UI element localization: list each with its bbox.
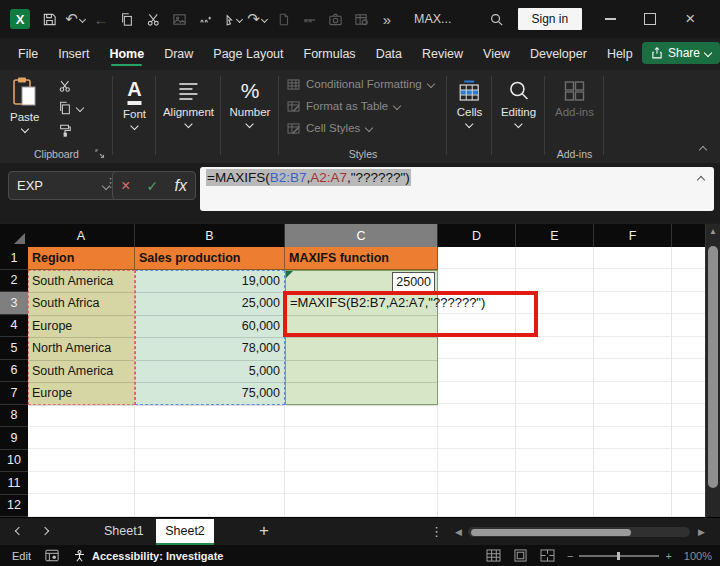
column-header-d[interactable]: D [438, 224, 516, 247]
format-painter-button[interactable] [58, 123, 72, 137]
number-button[interactable]: % Number [230, 79, 271, 127]
search-icon[interactable] [484, 6, 510, 32]
table-preview-icon[interactable] [348, 6, 374, 32]
cell-c1[interactable]: MAXIFS function [285, 247, 438, 270]
cell-b4[interactable]: 60,000 [136, 316, 284, 339]
row-header-2[interactable]: 2 [0, 270, 28, 293]
clipboard-dialog-launcher[interactable] [95, 149, 105, 159]
copy-icon[interactable] [114, 6, 140, 32]
cell-b6[interactable]: 5,000 [136, 361, 284, 384]
hscroll-right-icon[interactable]: ▶ [698, 527, 705, 537]
zoom-slider[interactable]: − + [567, 550, 672, 562]
hscroll-left-icon[interactable]: ◀ [455, 527, 462, 537]
cell-b5[interactable]: 78,000 [136, 338, 284, 361]
formula-input[interactable]: =MAXIFS(B2:B7,A2:A7,"??????") [200, 167, 714, 211]
tab-review[interactable]: Review [412, 39, 473, 69]
zoom-out-icon[interactable]: − [567, 550, 573, 562]
cell-a2[interactable]: South America [29, 271, 134, 294]
cancel-entry-button[interactable]: × [121, 178, 130, 194]
sheet-nav-next-icon[interactable] [41, 527, 49, 535]
picture-icon[interactable] [166, 6, 192, 32]
cell-a7[interactable]: Europe [29, 383, 134, 406]
vertical-scrollbar-thumb[interactable] [708, 246, 718, 488]
row-header-3[interactable]: 3 [0, 292, 28, 315]
zoom-level[interactable]: 100% [684, 550, 712, 562]
column-header-c[interactable]: C [285, 224, 438, 247]
sheet-nav-prev-icon[interactable] [15, 527, 23, 535]
alignment-button[interactable]: Alignment [163, 79, 214, 127]
add-sheet-button[interactable]: + [252, 518, 276, 545]
cells-button[interactable]: Cells [457, 79, 483, 127]
cell-c5[interactable] [286, 338, 437, 361]
cell-b3[interactable]: 25,000 [136, 293, 284, 316]
tab-page-layout[interactable]: Page Layout [203, 39, 293, 69]
tab-developer[interactable]: Developer [520, 39, 597, 69]
back-icon[interactable]: ← [88, 6, 114, 32]
tab-data[interactable]: Data [366, 39, 412, 69]
tab-insert[interactable]: Insert [48, 39, 99, 69]
touch-mode-icon[interactable] [218, 6, 244, 32]
read-aloud-icon[interactable] [192, 6, 218, 32]
name-box[interactable]: EXP [8, 171, 118, 200]
accessibility-status[interactable]: Accessibility: Investigate [92, 550, 223, 562]
zoom-slider-track[interactable] [579, 555, 659, 557]
page-layout-view-icon[interactable] [513, 549, 528, 562]
row-header-4[interactable]: 4 [0, 315, 28, 338]
row-header-9[interactable]: 9 [0, 427, 28, 450]
insert-function-button[interactable]: fx [174, 177, 186, 195]
addins-button[interactable]: Add-ins [555, 79, 594, 118]
row-header-8[interactable]: 8 [0, 405, 28, 428]
cell-b1[interactable]: Sales production [135, 247, 285, 270]
save-icon[interactable] [36, 6, 62, 32]
zoom-in-icon[interactable]: + [665, 550, 671, 562]
zoom-slider-thumb[interactable] [617, 552, 620, 560]
close-button[interactable]: × [670, 0, 710, 38]
cell-c6[interactable] [286, 361, 437, 384]
share-button[interactable]: Share [642, 42, 720, 64]
ribbon-collapse-button[interactable] [700, 139, 706, 157]
normal-view-icon[interactable] [486, 549, 501, 562]
maximize-button[interactable] [630, 0, 670, 38]
column-header-partial[interactable] [672, 224, 706, 247]
cell-a1[interactable]: Region [28, 247, 135, 270]
row-header-11[interactable]: 11 [0, 472, 28, 495]
tab-file[interactable]: File [8, 39, 48, 69]
select-all-corner[interactable] [0, 224, 29, 248]
macro-record-icon[interactable] [45, 549, 59, 562]
scroll-up-icon[interactable]: ▲ [706, 227, 720, 236]
cell-c2[interactable]: 25000 [286, 271, 437, 294]
row-header-5[interactable]: 5 [0, 337, 28, 360]
new-document-icon[interactable] [270, 6, 296, 32]
column-header-b[interactable]: B [135, 224, 285, 247]
format-as-table-button[interactable]: Format as Table [287, 100, 400, 112]
cut-button[interactable] [58, 79, 72, 93]
cell-b7[interactable]: 75,000 [136, 383, 284, 406]
editing-button[interactable]: Editing [501, 79, 536, 127]
cell-a4[interactable]: Europe [29, 316, 134, 339]
conditional-formatting-button[interactable]: Conditional Formatting [287, 78, 434, 90]
qat-overflow-icon[interactable]: » [374, 6, 400, 32]
page-break-view-icon[interactable] [540, 549, 555, 562]
draft-icon[interactable] [296, 6, 322, 32]
minimize-button[interactable] [590, 0, 630, 38]
copy-button[interactable] [58, 101, 83, 115]
cell-a6[interactable]: South America [29, 361, 134, 384]
sheet-tab-more-icon[interactable]: ⋮ [430, 518, 443, 545]
cell-styles-button[interactable]: Cell Styles [287, 122, 372, 134]
tab-help[interactable]: Help [597, 39, 643, 69]
column-header-f[interactable]: F [594, 224, 672, 247]
confirm-entry-button[interactable]: ✓ [147, 178, 159, 194]
formula-bar-collapse-icon[interactable] [697, 176, 705, 184]
cell-c7[interactable] [286, 383, 437, 406]
horizontal-scrollbar-thumb[interactable] [471, 529, 631, 536]
row-header-12[interactable]: 12 [0, 495, 28, 518]
font-button[interactable]: A Font [123, 79, 146, 129]
column-header-a[interactable]: A [28, 224, 135, 247]
accessibility-icon[interactable] [73, 549, 86, 563]
paste-button[interactable]: Paste [10, 76, 39, 132]
undo-icon[interactable]: ↶ [62, 6, 88, 32]
column-header-e[interactable]: E [516, 224, 594, 247]
sign-in-button[interactable]: Sign in [518, 8, 583, 30]
tab-formulas[interactable]: Formulas [294, 39, 366, 69]
row-header-6[interactable]: 6 [0, 360, 28, 383]
